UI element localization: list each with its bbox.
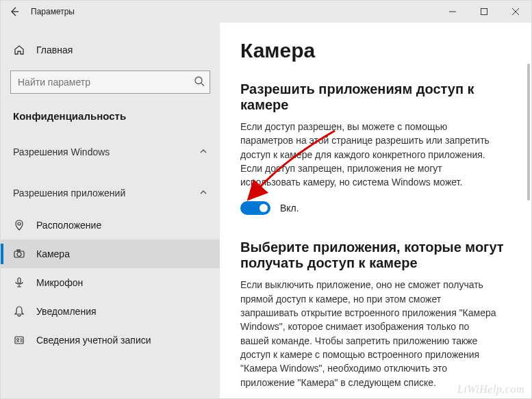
section-title: Конфиденциальность xyxy=(1,106,220,134)
sidebar-item-camera[interactable]: Камера xyxy=(1,240,220,268)
bell-icon xyxy=(13,305,25,318)
titlebar: Параметры xyxy=(1,1,531,23)
watermark: LiWiHelp.com xyxy=(457,383,524,396)
arrow-left-icon xyxy=(9,6,20,17)
close-button[interactable] xyxy=(500,1,531,23)
search-wrap xyxy=(10,70,210,94)
chevron-up-icon xyxy=(199,146,207,157)
sidebar-item-location[interactable]: Расположение xyxy=(1,211,220,240)
sidebar: Главная Конфиденциальность Разрешения Wi… xyxy=(1,23,220,398)
svg-point-8 xyxy=(17,339,19,341)
sidebar-item-microphone[interactable]: Микрофон xyxy=(1,268,220,297)
search-input[interactable] xyxy=(10,70,210,94)
microphone-icon xyxy=(13,276,25,289)
maximize-button[interactable] xyxy=(468,1,500,23)
group-app-permissions[interactable]: Разрешения приложений xyxy=(1,170,220,211)
svg-point-4 xyxy=(17,253,21,257)
account-icon xyxy=(13,334,25,346)
section-choose-desc: Если выключить приложение, оно не сможет… xyxy=(240,278,501,389)
svg-rect-5 xyxy=(17,250,20,251)
toggle-label: Вкл. xyxy=(280,203,299,214)
sidebar-item-label: Уведомления xyxy=(36,306,97,317)
svg-rect-6 xyxy=(18,278,21,283)
location-icon xyxy=(13,219,25,231)
section-allow-heading: Разрешить приложениям доступ к камере xyxy=(240,81,511,113)
svg-rect-0 xyxy=(481,9,487,15)
group-windows-permissions[interactable]: Разрешения Windows xyxy=(1,134,220,170)
content-area: Камера Разрешить приложениям доступ к ка… xyxy=(220,23,531,398)
svg-point-2 xyxy=(18,222,21,225)
home-link[interactable]: Главная xyxy=(1,36,220,64)
sidebar-item-label: Сведения учетной записи xyxy=(36,335,151,346)
toggle-knob xyxy=(259,204,268,212)
camera-icon xyxy=(13,248,25,260)
close-icon xyxy=(512,8,519,15)
back-button[interactable] xyxy=(1,1,28,23)
sidebar-item-label: Микрофон xyxy=(36,277,83,288)
section-allow-desc: Если доступ разрешен, вы можете с помощь… xyxy=(240,120,501,189)
window-title: Параметры xyxy=(28,7,75,16)
home-label: Главная xyxy=(36,44,73,55)
page-title: Камера xyxy=(240,39,511,62)
maximize-icon xyxy=(481,8,487,15)
sidebar-item-account-info[interactable]: Сведения учетной записи xyxy=(1,326,220,355)
camera-access-toggle[interactable] xyxy=(240,201,270,215)
sidebar-item-label: Расположение xyxy=(36,220,101,231)
scrollbar[interactable] xyxy=(527,64,530,201)
group-label: Разрешения приложений xyxy=(13,188,125,198)
sidebar-item-notifications[interactable]: Уведомления xyxy=(1,297,220,326)
chevron-up-icon xyxy=(199,188,207,198)
svg-point-1 xyxy=(195,77,202,84)
home-icon xyxy=(13,44,25,56)
group-label: Разрешения Windows xyxy=(13,146,110,157)
minimize-button[interactable] xyxy=(437,1,468,23)
section-choose-heading: Выберите приложения, которые могут получ… xyxy=(240,240,511,271)
camera-toggle-row: Вкл. xyxy=(240,201,511,215)
minimize-icon xyxy=(449,8,456,15)
sidebar-item-label: Камера xyxy=(36,248,70,259)
search-icon xyxy=(194,76,205,89)
